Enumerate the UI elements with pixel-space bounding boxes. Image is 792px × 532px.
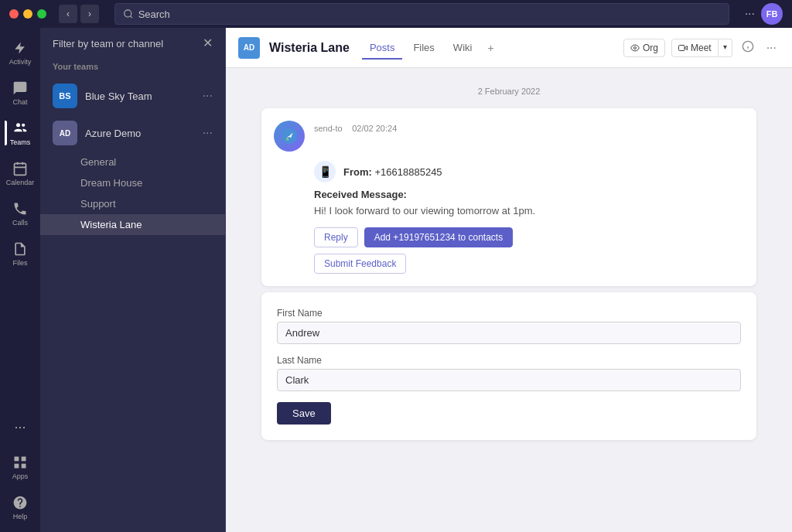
app-logo [274, 121, 305, 152]
help-label: Help [13, 513, 28, 520]
svg-point-1 [16, 123, 20, 127]
panel-title: Filter by team or channel [53, 38, 163, 49]
last-name-label: Last Name [277, 355, 741, 366]
sidebar-item-more[interactable]: ··· [5, 408, 36, 445]
meet-button[interactable]: Meet [671, 39, 719, 57]
teams-icon [12, 121, 28, 136]
close-traffic-light[interactable] [9, 9, 19, 19]
more-options-icon[interactable]: ··· [745, 7, 755, 21]
search-input[interactable] [138, 9, 721, 20]
team-item-azure[interactable]: AD Azure Demo ··· [40, 114, 225, 152]
azure-team-more-icon[interactable]: ··· [203, 126, 213, 140]
date-divider: 2 February 2022 [478, 87, 541, 96]
message-area[interactable]: 2 February 2022 send-to 02/02 20:24 [226, 68, 792, 532]
from-text: From: +16618885245 [343, 166, 442, 178]
info-button[interactable] [739, 37, 757, 59]
send-logo-icon [281, 128, 298, 145]
search-bar[interactable] [114, 3, 729, 25]
channel-dream-house[interactable]: Dream House [40, 172, 225, 193]
panel-close-button[interactable]: ✕ [203, 37, 213, 49]
received-msg-text: Hi! I look forward to our viewing tomorr… [314, 205, 744, 217]
sidebar-item-apps[interactable]: Apps [5, 448, 36, 486]
title-bar-right: ··· FB [745, 3, 783, 25]
svg-rect-4 [15, 456, 19, 461]
add-contact-button[interactable]: Add +19197651234 to contacts [364, 227, 513, 247]
sidebar-item-help[interactable]: Help [5, 489, 36, 526]
first-name-input[interactable] [277, 322, 741, 344]
meet-dropdown-button[interactable]: ▾ [719, 39, 732, 57]
video-icon [678, 43, 688, 53]
last-name-field: Last Name [277, 355, 741, 391]
contact-form: First Name Last Name Save [261, 292, 756, 440]
sidebar-item-chat[interactable]: Chat [5, 74, 36, 111]
svg-point-8 [633, 46, 636, 49]
msg-top: send-to 02/02 20:24 [274, 121, 744, 152]
channel-name-title: Wisteria Lane [269, 41, 350, 55]
teams-panel: Filter by team or channel ✕ Your teams B… [40, 28, 226, 532]
sidebar-item-files[interactable]: Files [5, 235, 36, 272]
channel-general[interactable]: General [40, 152, 225, 172]
svg-point-2 [22, 123, 25, 126]
org-button[interactable]: Org [623, 39, 665, 57]
activity-label: Activity [9, 58, 32, 66]
minimize-traffic-light[interactable] [23, 9, 32, 19]
org-label: Org [643, 43, 658, 53]
app-body: Activity Chat Teams Calendar [0, 28, 792, 532]
msg-from-row: 📱 From: +16618885245 [314, 161, 744, 182]
svg-rect-6 [15, 463, 19, 468]
user-avatar[interactable]: FB [761, 3, 783, 25]
svg-marker-9 [684, 46, 688, 49]
apps-icon [12, 455, 28, 470]
back-button[interactable]: ‹ [59, 5, 77, 23]
feedback-button[interactable]: Submit Feedback [314, 254, 406, 274]
bluesky-team-name: Blue Sky Team [85, 90, 195, 102]
more-button[interactable]: ··· [763, 38, 780, 58]
last-name-input[interactable] [277, 369, 741, 391]
azure-team-name: Azure Demo [85, 128, 195, 139]
save-button[interactable]: Save [277, 402, 331, 425]
channel-support[interactable]: Support [40, 193, 225, 214]
reply-button[interactable]: Reply [314, 227, 358, 247]
msg-body: 📱 From: +16618885245 Received Message: H… [314, 161, 744, 274]
sidebar-item-activity[interactable]: Activity [5, 34, 36, 71]
first-name-field: First Name [277, 308, 741, 344]
meet-label: Meet [691, 43, 712, 53]
msg-actions: Reply Add +19197651234 to contacts [314, 227, 744, 247]
svg-rect-10 [678, 45, 684, 50]
msg-time: 02/02 20:24 [352, 124, 397, 133]
tab-posts[interactable]: Posts [362, 37, 403, 59]
main-content: AD Wisteria Lane Posts Files Wiki + Org [226, 28, 792, 532]
from-label: From: [343, 166, 372, 178]
tab-wiki[interactable]: Wiki [446, 37, 480, 59]
send-to-label: send-to [314, 124, 343, 133]
bluesky-avatar: BS [53, 84, 77, 108]
bluesky-team-more-icon[interactable]: ··· [203, 89, 213, 103]
svg-rect-7 [22, 463, 26, 468]
received-msg-label: Received Message: [314, 189, 744, 200]
message-card: send-to 02/02 20:24 📱 From: +16618885245… [261, 108, 756, 286]
svg-point-0 [125, 10, 131, 17]
help-icon [12, 495, 28, 510]
svg-rect-3 [15, 163, 26, 175]
chat-icon [12, 80, 28, 96]
channel-header: AD Wisteria Lane Posts Files Wiki + Org [226, 28, 792, 68]
maximize-traffic-light[interactable] [37, 9, 46, 19]
forward-button[interactable]: › [80, 5, 99, 23]
msg-meta: send-to 02/02 20:24 [314, 121, 744, 135]
panel-header: Filter by team or channel ✕ [40, 28, 225, 59]
sidebar-item-teams[interactable]: Teams [5, 114, 36, 152]
eye-icon [630, 43, 640, 53]
calls-label: Calls [12, 219, 28, 227]
sidebar-item-calls[interactable]: Calls [5, 195, 36, 232]
team-item-bluesky[interactable]: BS Blue Sky Team ··· [40, 77, 225, 114]
your-teams-label: Your teams [40, 59, 225, 77]
phone-number: +16618885245 [374, 166, 442, 178]
tab-files[interactable]: Files [405, 37, 442, 59]
azure-avatar: AD [53, 121, 77, 145]
calls-icon [12, 201, 28, 217]
calendar-icon [12, 161, 28, 176]
sidebar-item-calendar[interactable]: Calendar [5, 155, 36, 192]
channel-wisteria-lane[interactable]: Wisteria Lane [40, 214, 225, 235]
add-tab-button[interactable]: + [483, 37, 498, 59]
nav-arrows: ‹ › [59, 5, 99, 23]
